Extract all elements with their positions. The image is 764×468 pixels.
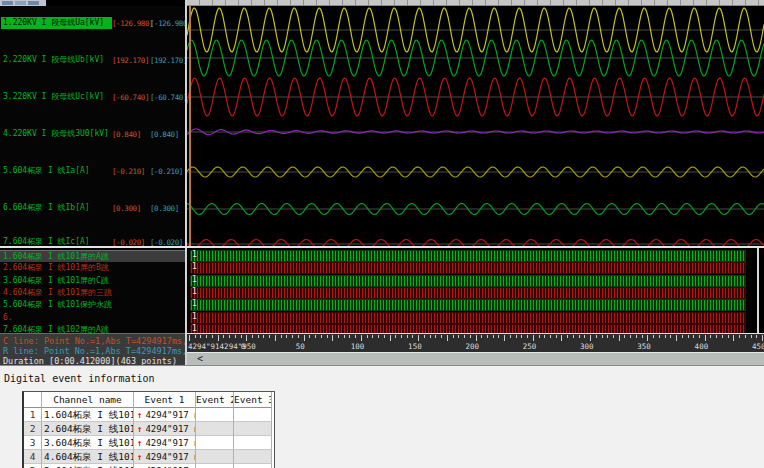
event-channel-name[interactable]: 3.604柘泉 I 线101屏的C跳 — [42, 436, 134, 450]
time-axis-tick — [510, 335, 511, 338]
event-row-number: 4 — [24, 450, 42, 464]
time-axis-tick — [699, 335, 700, 338]
time-axis-tick — [636, 335, 637, 338]
channel-value-secondary: [0.300] — [150, 203, 179, 215]
time-axis-tick — [263, 335, 264, 338]
toolbar-button-3[interactable] — [28, 1, 39, 5]
digital-bar — [190, 287, 746, 299]
time-axis-tick — [762, 335, 763, 341]
time-axis-tick — [390, 335, 391, 341]
time-axis-tick — [596, 335, 597, 338]
analog-channel-row[interactable]: 6.604柘泉 I 线Ib[A][0.300][0.300] — [0, 202, 186, 214]
digital-state-label: 1 — [192, 250, 197, 260]
time-axis-tick — [378, 335, 379, 338]
event-channel-name[interactable]: 2.604柘泉 I 线101屏的B跳 — [42, 422, 134, 436]
time-axis-tick — [544, 335, 545, 338]
event-time-cell: ↑4294"917 ms — [134, 422, 196, 436]
time-axis-tick — [229, 335, 230, 338]
analog-digital-divider — [0, 246, 764, 248]
waveform-viewer-window: 1.220KV I 段母线Ua[kV][-126.980][-126.980]2… — [0, 0, 764, 468]
waveform-plot-area[interactable] — [187, 6, 764, 248]
digital-channel-row[interactable]: 1.604柘泉 I 线101屏的A跳 — [0, 250, 186, 262]
time-axis-label: 350 — [637, 342, 651, 351]
channel-label: 4.220KV I 段母线3U0[kV] — [3, 128, 112, 140]
time-axis-tick — [539, 335, 540, 338]
time-axis-tick — [447, 335, 448, 341]
waveform-svg — [187, 6, 764, 248]
time-axis-tick — [516, 335, 517, 338]
analog-channel-row[interactable]: 4.220KV I 段母线3U0[kV][0.840][0.840] — [0, 128, 186, 140]
time-axis-tick — [653, 335, 654, 338]
time-axis-tick — [688, 335, 689, 338]
event-info-section: Digital event information Channel nameEv… — [0, 365, 764, 468]
event-time-cell: ↑4294"917 ms — [134, 408, 196, 422]
digital-channel-row[interactable]: 4.604柘泉 I 线101屏的三跳 — [0, 287, 186, 299]
toolbar-button-2[interactable] — [15, 1, 26, 5]
time-axis-tick — [493, 335, 494, 338]
channel-label: 7.604柘泉 I 线Ic[A] — [3, 236, 112, 246]
digital-channel-panel: 1.604柘泉 I 线101屏的A跳2.604柘泉 I 线101屏的B跳3.60… — [0, 248, 186, 333]
event-time: 4294"917 ms — [145, 452, 196, 462]
rise-arrow-icon: ↑ — [137, 424, 142, 434]
event-channel-name[interactable]: 1.604柘泉 I 线101屏的A跳 — [42, 408, 134, 422]
channel-label: 5.604柘泉 I 线Ia[A] — [3, 165, 112, 177]
analog-channel-row[interactable]: 3.220KV I 段母线Uc[kV][-60.740][-60.740] — [0, 91, 186, 103]
time-axis-label: 100 — [351, 342, 365, 351]
analog-channel-row[interactable]: 5.604柘泉 I 线Ia[A][-0.210][-0.210] — [0, 165, 186, 177]
event-channel-name[interactable]: 5.604柘泉 I 线101保护永跳 — [42, 464, 134, 468]
horizontal-scrollbar[interactable]: < — [187, 352, 764, 365]
time-axis-tick — [246, 335, 247, 341]
time-axis-label: 0 — [241, 342, 246, 351]
channel-value-secondary: [192.170] — [150, 55, 186, 67]
event-channel-name[interactable]: 4.604柘泉 I 线101屏的三跳 — [42, 450, 134, 464]
time-axis-tick — [642, 335, 643, 338]
digital-channel-row[interactable]: 6. — [0, 312, 186, 324]
event-time: 4294"917 ms — [145, 410, 196, 420]
analog-channel-row[interactable]: 2.220KV I 段母线Ub[kV][192.170][192.170] — [0, 54, 186, 66]
time-axis-tick — [458, 335, 459, 338]
time-axis-tick — [739, 335, 740, 338]
time-axis-tick — [412, 335, 413, 338]
digital-state-label: 1 — [192, 312, 197, 322]
analog-channel-row[interactable]: 1.220KV I 段母线Ua[kV][-126.980][-126.980] — [0, 17, 186, 29]
analog-channel-row[interactable]: 7.604柘泉 I 线Ic[A][-0.020][-0.020] — [0, 236, 186, 246]
channel-label: 1.220KV I 段母线Ua[kV] — [1, 17, 112, 29]
time-axis-tick — [751, 335, 752, 338]
time-axis-tick — [561, 335, 562, 341]
time-axis-tick — [218, 335, 219, 341]
scroll-left-arrow-icon[interactable]: < — [197, 353, 203, 365]
time-axis-tick — [550, 335, 551, 338]
time-axis-tick — [756, 335, 757, 338]
digital-channel-row[interactable]: 2.604柘泉 I 线101屏的B跳 — [0, 262, 186, 274]
time-axis-tick — [590, 335, 591, 341]
event-table: Channel nameEvent 1Event 2Event 311.604柘… — [22, 391, 275, 468]
time-axis-tick — [281, 335, 282, 338]
time-axis-tick — [470, 335, 471, 338]
time-axis-label: 300 — [580, 342, 594, 351]
time-axis-tick — [607, 335, 608, 338]
digital-channel-row[interactable]: 5.604柘泉 I 线101保护永跳 — [0, 299, 186, 311]
time-axis-tick — [441, 335, 442, 338]
time-axis-tick — [647, 335, 648, 341]
channel-label: 2.220KV I 段母线Ub[kV] — [3, 54, 112, 66]
time-axis-tick — [292, 335, 293, 338]
channel-value-primary: [-60.740] — [112, 92, 149, 104]
analog-channel-panel: 1.220KV I 段母线Ua[kV][-126.980][-126.980]2… — [0, 6, 186, 246]
channel-value-primary: [0.840] — [112, 129, 141, 141]
digital-state-label: 1 — [192, 287, 197, 297]
time-axis-tick — [573, 335, 574, 338]
digital-state-label: 1 — [192, 275, 197, 285]
digital-channel-row[interactable]: 3.604柘泉 I 线101屏的C跳 — [0, 275, 186, 287]
time-axis-tick — [372, 335, 373, 338]
event-row-number: 3 — [24, 436, 42, 450]
time-axis-tick — [619, 335, 620, 341]
toolbar-button-1[interactable] — [2, 1, 13, 5]
status-panel: C line: Point No.=1,Abs T=4294917ms, Rel… — [0, 333, 185, 365]
channel-value-secondary: [-126.980] — [150, 18, 186, 30]
digital-bar — [190, 275, 746, 287]
time-axis-tick — [384, 335, 385, 338]
time-axis-tick — [476, 335, 477, 341]
digital-channel-row[interactable]: 7.604柘泉 I 线102屏的A跳 — [0, 324, 186, 333]
rise-arrow-icon: ↑ — [137, 410, 142, 420]
digital-bar — [190, 312, 746, 324]
